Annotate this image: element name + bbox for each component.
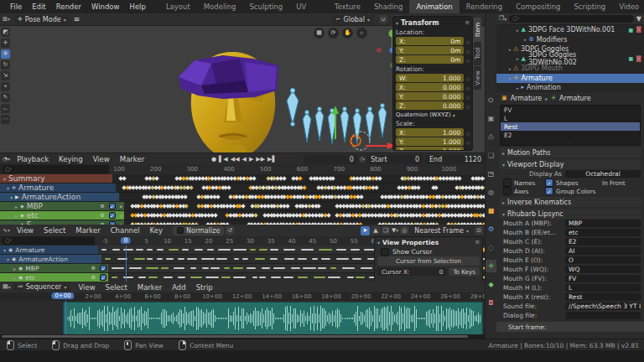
dope-sheet[interactable]: ○˒ 1002003004005006007008009001000 ▾Summ… (0, 164, 485, 225)
keyframe-track[interactable] (124, 202, 485, 210)
graph-editor[interactable]: ∿▾ ViewSelectMarkerChannelKey Normalize … (0, 225, 485, 282)
menu-edit[interactable]: Edit (27, 3, 50, 11)
visibility-checkbox[interactable]: ■ (629, 28, 634, 33)
tab-video-editing[interactable]: Video Editing (612, 0, 644, 13)
keyframe-diamond[interactable] (216, 194, 221, 199)
timeline-menu-playback[interactable]: Playback (12, 155, 54, 163)
show-errors-icon[interactable]: ▲ (371, 226, 380, 235)
location-z-field[interactable]: Z:0m (396, 55, 464, 64)
object-icon[interactable]: ■ (486, 204, 496, 217)
sidebar-tab-view[interactable]: View (474, 66, 481, 90)
mouth-field-input[interactable]: O (565, 256, 641, 264)
decorator-icon[interactable]: ◇ (465, 39, 470, 44)
graph-editor-icon[interactable]: ∿▾ (3, 228, 10, 234)
cursor-from-selection-button[interactable]: Cursor from Selection (377, 256, 480, 266)
channel-armature[interactable]: ▾✛Armature (0, 184, 116, 192)
keyframe-diamond[interactable] (226, 185, 231, 190)
location-x-field[interactable]: X:0m (396, 37, 464, 45)
axes-checkbox[interactable] (503, 187, 512, 195)
mouth-field-input[interactable]: FV (565, 275, 641, 282)
disclosure-icon[interactable]: ▾ (10, 194, 13, 200)
camera-icon[interactable]: ▦ (314, 28, 325, 39)
graph-channel-armatureaction[interactable]: ▾◉ArmatureAction (0, 255, 101, 263)
orbit-icon[interactable]: ⟳ (328, 28, 339, 39)
output-icon[interactable]: ⎙ (486, 131, 496, 143)
rotation-w-field[interactable]: W:1.000 (396, 74, 464, 82)
zoom-icon[interactable]: ⌕ (356, 28, 367, 39)
wrench-icon[interactable]: ⚙ (100, 213, 104, 218)
keyframe-diamond[interactable] (374, 185, 379, 190)
sequencer-view-type[interactable]: ≔ Sequencer▾ (13, 282, 71, 292)
panel-rhubarb-lipsync[interactable]: ▾Rhubarb Lipsync (499, 209, 641, 219)
menu-help[interactable]: Help (124, 3, 150, 11)
object-data-icon[interactable]: ✛ (486, 260, 496, 272)
tab-scripting[interactable]: Scripting (567, 0, 612, 13)
jump-to-end-button[interactable]: ▶▌ (267, 157, 277, 163)
graph-channel-etc[interactable]: ▸◉etc⚙✓ (0, 273, 108, 282)
playhead-badge[interactable]: 0 (121, 237, 131, 244)
record-button[interactable]: ● (211, 157, 216, 163)
decorator-icon[interactable]: ◇ (465, 139, 470, 145)
keyframe-diamond[interactable] (416, 185, 421, 190)
disclosure-icon[interactable]: ▾ (7, 256, 9, 262)
play-reverse-button[interactable]: ◀ (242, 157, 247, 163)
disclosure-icon[interactable]: ▾ (3, 247, 6, 253)
wrench-icon[interactable]: ⚙ (91, 266, 96, 271)
tab-compositing[interactable]: Compositing (509, 0, 567, 13)
scale-y-field[interactable]: Y:1.000 (396, 137, 464, 146)
decorator-icon[interactable]: ◇ (465, 85, 470, 90)
graph-channel-armature[interactable]: ▾◉Armature (0, 246, 98, 254)
tab-modeling[interactable]: Modeling (197, 0, 243, 13)
keyframe-diamond[interactable] (434, 185, 439, 190)
panel-options-icon[interactable]: ≡ (465, 20, 470, 26)
view-layer-icon[interactable]: ❏ (486, 149, 496, 162)
timeline-menu-marker[interactable]: Marker (115, 155, 149, 163)
keyframe-diamond[interactable] (302, 185, 307, 190)
keyframe-diamond[interactable] (457, 176, 462, 181)
decorator-icon[interactable]: ◇ (465, 75, 470, 81)
sound-file-field[interactable]: //Speech\Speech 3 YT Intro wa16.wav (565, 303, 641, 310)
visibility-eye-icon[interactable]: ◉ (18, 266, 23, 271)
properties-editor[interactable]: ▣ Armature ▸ ✛ Armature FVLRestE2··· ▸Mo… (496, 92, 644, 339)
outliner-item-3dpg-goggles-3dwithno-002[interactable]: ▸▲3DPG Goggles 3DWithNo.002■◙ (496, 54, 644, 65)
group-colors-checkbox[interactable]: ✓ (545, 187, 553, 195)
filter-icon[interactable]: ▼▾ (392, 228, 398, 234)
normalize-checkbox[interactable] (177, 227, 184, 234)
menu-file[interactable]: File (5, 3, 27, 11)
dialog-file-field[interactable] (565, 312, 641, 319)
mouth-field-input[interactable]: Rest (565, 293, 641, 301)
mouth-field-input[interactable]: AI (565, 247, 641, 255)
sidebar-tab-tool[interactable]: Tool (474, 42, 481, 65)
sequencer-playhead[interactable] (65, 301, 66, 334)
sequencer[interactable]: ▤▾ ≔ Sequencer▾ ViewSelectMarkerAddStrip… (0, 282, 485, 339)
panel-viewport-display[interactable]: ▾Viewport Display (499, 159, 641, 169)
disclosure-icon[interactable]: ▸ (517, 28, 519, 33)
keyframe-diamond[interactable] (285, 204, 290, 209)
disclosure-icon[interactable]: ▸ (509, 66, 512, 71)
menu-window[interactable]: Window (86, 3, 125, 11)
normalize-button[interactable]: Normalize (173, 226, 224, 235)
keyframe-diamond[interactable] (213, 213, 218, 218)
outliner[interactable]: ❐▾ ○˒ ▼ ▸▲3DPG Face 3DWithNo.001■◙▸⚙Modi… (496, 13, 644, 92)
lock-icon[interactable]: ▪ (120, 204, 122, 209)
render-icon[interactable]: ▣ (486, 112, 496, 125)
dopesheet-search[interactable]: ○˒ (2, 165, 114, 173)
material-icon[interactable]: ◘ (486, 297, 496, 309)
decorator-icon[interactable]: ◇ (465, 130, 470, 136)
use-preview-range-icon[interactable]: ◷ (360, 157, 365, 163)
render-disable-icon[interactable]: ◙ (636, 27, 641, 33)
decorator-icon[interactable]: ◇ (465, 57, 470, 63)
graph-channel-mbp[interactable]: ▸◉MBP⚙✓ (0, 264, 108, 272)
enable-checkbox[interactable]: ✓ (100, 265, 106, 272)
display-mode-icon[interactable]: ❐▾ (499, 16, 506, 22)
visibility-eye-icon[interactable]: ◉ (8, 247, 13, 252)
enable-checkbox[interactable]: ✓ (100, 274, 106, 281)
tab-layout[interactable]: Layout (159, 0, 197, 13)
channel-summary[interactable]: ▾Summary (0, 174, 112, 183)
disclosure-icon[interactable]: ▾ (7, 185, 9, 191)
audio-strip[interactable] (63, 302, 483, 335)
decorator-icon[interactable]: ◇ (465, 103, 470, 109)
keyframe-diamond[interactable] (184, 204, 190, 209)
keyframe-diamond[interactable] (359, 194, 364, 199)
decorator-icon[interactable]: ◇ (465, 148, 470, 152)
